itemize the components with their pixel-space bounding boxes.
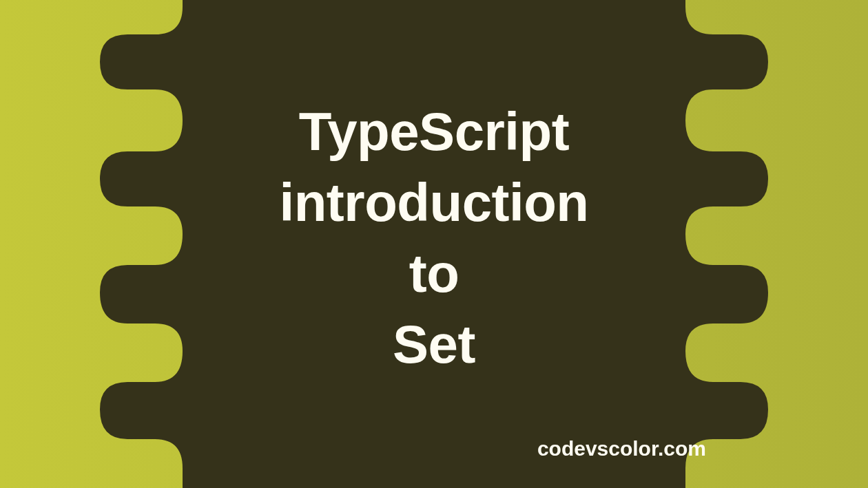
watermark-text: codevscolor.com [537, 437, 706, 460]
title-line-1: TypeScript [0, 96, 868, 167]
title-line-3: to [0, 238, 868, 309]
title-line-2: introduction [0, 167, 868, 238]
title-line-4: Set [0, 309, 868, 380]
title-container: TypeScript introduction to Set [0, 96, 868, 380]
banner-container: TypeScript introduction to Set codevscol… [0, 0, 868, 488]
